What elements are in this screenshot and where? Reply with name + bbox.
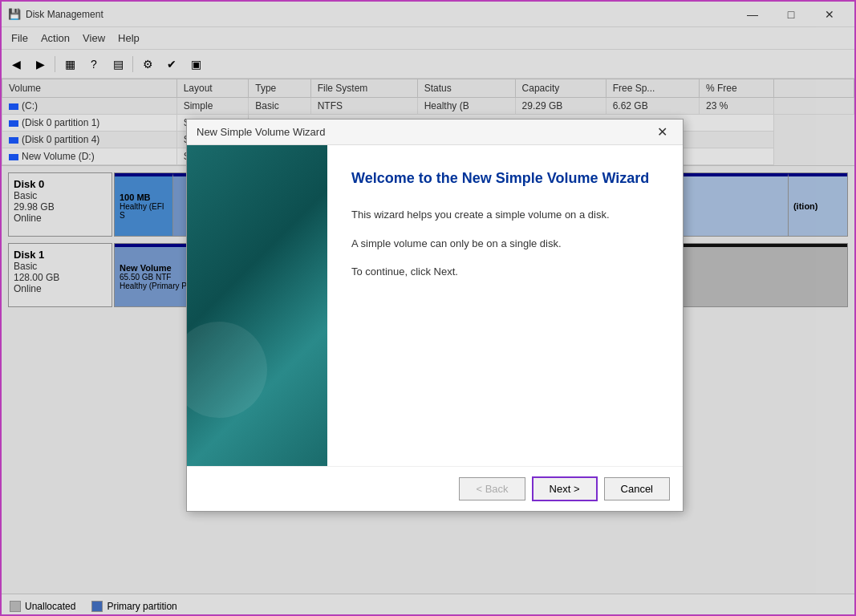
dialog-body: Welcome to the New Simple Volume Wizard … <box>187 145 683 466</box>
dialog-heading: Welcome to the New Simple Volume Wizard <box>351 169 659 188</box>
dialog-footer: < Back Next > Cancel <box>187 466 683 511</box>
dialog-para-2: A simple volume can only be on a single … <box>351 236 659 252</box>
next-button[interactable]: Next > <box>532 476 598 501</box>
dialog-close-button[interactable]: ✕ <box>651 123 673 142</box>
dialog-para-1: This wizard helps you create a simple vo… <box>351 207 659 223</box>
dialog-sidebar <box>187 145 327 466</box>
dialog-title: New Simple Volume Wizard <box>197 126 651 138</box>
dialog-content: Welcome to the New Simple Volume Wizard … <box>327 145 683 466</box>
cancel-button[interactable]: Cancel <box>604 477 670 500</box>
back-button[interactable]: < Back <box>459 477 525 500</box>
dialog-para-3: To continue, click Next. <box>351 264 659 280</box>
wizard-dialog: New Simple Volume Wizard ✕ Welcome to th… <box>186 119 684 512</box>
dialog-titlebar: New Simple Volume Wizard ✕ <box>187 120 683 145</box>
